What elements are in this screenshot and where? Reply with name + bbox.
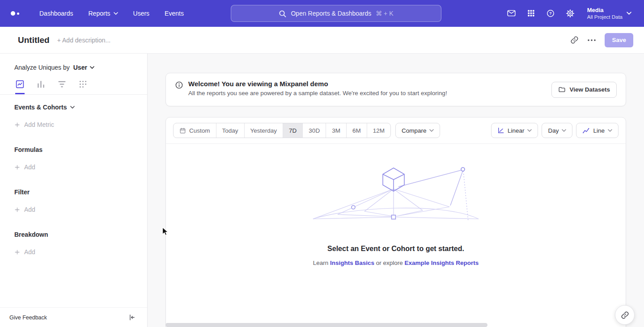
view-datasets-button[interactable]: View Datasets [551,82,617,98]
range-label: 30D [309,127,320,134]
funnel-icon [57,80,67,89]
add-breakdown-label: Add [24,248,35,256]
line-chart-icon [15,80,25,89]
mixpanel-logo[interactable] [11,11,24,16]
search-placeholder: Open Reports & Dashboards [291,10,371,17]
apps-grid-button[interactable] [527,9,535,17]
help-button[interactable]: ? [546,9,555,18]
range-label: 7D [289,127,297,134]
link-icon [570,36,579,44]
logo-dot [17,13,19,15]
search-shortcut: ⌘ + K [376,10,393,17]
add-breakdown-button[interactable]: Add [14,248,35,256]
tab-funnel[interactable] [57,80,67,94]
add-metric-button[interactable]: Add Metric [14,121,54,128]
ellipsis-icon [588,39,596,41]
nav-reports[interactable]: Reports [89,10,118,17]
help-icon: ? [546,9,555,18]
chevron-down-icon [608,129,612,132]
tab-retention[interactable] [78,80,88,94]
nav-users[interactable]: Users [133,10,150,17]
nav-label: Reports [89,10,110,17]
range-label: 6M [352,127,361,134]
info-icon [175,81,183,89]
gear-icon [566,9,575,18]
events-cohorts-header[interactable]: Events & Cohorts [14,104,138,111]
interval-select[interactable]: Day [542,123,572,138]
example-reports-link[interactable]: Example Insights Reports [405,260,479,266]
chevron-down-icon [90,66,94,69]
banner-title: Welcome! You are viewing a Mixpanel demo [188,80,447,88]
empty-state-help: Learn Insights Basics or explore Example… [313,260,479,266]
nav-label: Dashboards [39,10,73,17]
analyze-by-label: Analyze Uniques by [14,64,70,71]
banner-subtitle: All the reports you see are powered by a… [188,90,447,96]
range-label: Today [222,127,238,134]
sidebar-footer: Give Feedback [0,307,147,327]
give-feedback-link[interactable]: Give Feedback [9,314,47,321]
global-search[interactable]: Open Reports & Dashboards ⌘ + K [231,5,441,22]
plus-icon [14,164,20,170]
chevron-down-icon [527,129,532,132]
top-nav: Dashboards Reports Users Events Open Rep… [0,0,644,27]
settings-button[interactable] [566,9,575,18]
nav-events[interactable]: Events [165,10,184,17]
range-6m[interactable]: 6M [346,123,367,138]
nav-dashboards[interactable]: Dashboards [39,10,73,17]
add-formula-label: Add [24,164,35,171]
report-title[interactable]: Untitled [18,35,50,45]
plus-icon [14,122,20,128]
primary-nav: Dashboards Reports Users Events [39,10,184,17]
chevron-down-icon [627,12,631,15]
visualization-tabs [0,80,147,95]
report-header: Untitled + Add description... Save [0,27,644,54]
add-description-button[interactable]: + Add description... [57,37,110,44]
tab-bar-chart[interactable] [36,80,46,94]
range-label: Yesterday [250,127,277,134]
horizontal-scrollbar[interactable] [165,323,487,327]
add-filter-button[interactable]: Add [14,206,35,213]
analyze-by-dropdown[interactable]: User [73,64,94,71]
more-options-button[interactable] [588,39,596,41]
range-yesterday[interactable]: Yesterday [244,123,283,138]
chevron-down-icon [562,129,566,132]
filter-header: Filter [14,189,138,196]
formulas-title: Formulas [14,146,42,153]
apps-grid-icon [527,9,535,17]
chart-type-select[interactable]: Line [576,123,619,138]
nav-label: Events [165,10,184,17]
breakdown-header: Breakdown [14,231,138,238]
range-7d[interactable]: 7D [283,123,302,138]
svg-text:?: ? [549,11,551,16]
interval-label: Day [548,127,559,134]
empty-state: Select an Event or Cohort to get started… [166,144,626,266]
project-switcher[interactable]: Media All Project Data [587,6,631,21]
project-scope: All Project Data [587,14,623,21]
empty-state-title: Select an Event or Cohort to get started… [327,245,464,253]
linear-scale-icon [497,127,504,134]
add-formula-button[interactable]: Add [14,164,35,171]
calendar-icon [179,127,186,134]
insights-basics-link[interactable]: Insights Basics [330,260,374,266]
scale-select[interactable]: Linear [491,123,538,138]
plus-icon [14,207,20,213]
view-datasets-label: View Datasets [569,86,610,93]
range-label: 12M [373,127,385,134]
range-12m[interactable]: 12M [367,123,390,138]
range-custom[interactable]: Custom [174,123,216,138]
copy-link-button[interactable] [570,36,579,44]
compare-button[interactable]: Compare [395,123,441,138]
filter-title: Filter [14,189,30,196]
collapse-sidebar-button[interactable] [128,314,136,321]
search-icon [279,10,286,17]
range-3m[interactable]: 3M [326,123,346,138]
breakdown-title: Breakdown [14,231,48,238]
share-link-button[interactable] [615,305,635,325]
add-metric-label: Add Metric [24,121,54,128]
range-today[interactable]: Today [216,123,244,138]
messages-button[interactable] [507,8,516,18]
tab-line-chart[interactable] [15,80,25,94]
range-30d[interactable]: 30D [302,123,326,138]
date-range-selector: Custom Today Yesterday 7D 30D 3M 6M 12M [173,123,391,138]
save-button[interactable]: Save [605,33,633,47]
